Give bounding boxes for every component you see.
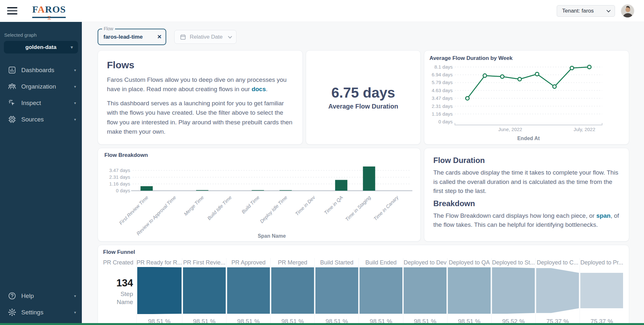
stat-label: Average Flow Duration [328,103,398,110]
faros-logo[interactable]: FAROS 工 [32,4,66,18]
chevron-down-icon: ▾ [74,294,76,298]
funnel-stage-6[interactable]: Build Ended98.51 % [359,258,403,325]
chevron-down-icon: ▾ [74,68,76,72]
funnel-stage-4[interactable]: PR Merged98.51 % [270,258,314,325]
relative-date-select[interactable]: Relative Date [174,30,236,44]
funnel-stage-5[interactable]: Build Started98.51 % [314,258,359,325]
chevron-down-icon: ▾ [74,117,76,122]
chevron-down-icon [228,34,232,39]
span-link[interactable]: span [596,212,610,219]
funnel-start-label: PR Created [103,258,133,267]
svg-text:6.94 days: 6.94 days [432,72,453,77]
svg-text:0 days: 0 days [116,188,130,193]
flows-title: Flows [107,60,293,71]
svg-text:June, 2022: June, 2022 [498,127,522,132]
funnel-stage-block [227,267,270,314]
funnel-stage-block [492,267,535,314]
flow-duration-heading: Flow Duration [433,156,620,165]
svg-text:4.63 days: 4.63 days [432,88,453,93]
sidebar-item-label: Sources [21,116,74,123]
chevron-down-icon [607,8,611,13]
docs-link[interactable]: docs [252,86,266,92]
funnel-stage-label: PR Merged [271,258,314,267]
svg-text:1.16 days: 1.16 days [109,181,130,186]
sidebar-item-help[interactable]: Help▾ [0,288,82,304]
bar-chart[interactable]: 3.47 days2.31 days1.16 days0 daysFirst R… [101,158,418,242]
funnel-stage-1[interactable]: PR Ready for R...98.51 % [136,258,182,325]
sidebar-item-label: Organization [21,83,74,90]
avg-flow-duration-stat-card: 6.75 days Average Flow Duration [306,50,421,145]
bar-chart-title: Flow Breakdown [104,152,418,158]
flow-filter-label: Flow [102,26,115,31]
svg-text:Span Name: Span Name [258,233,286,239]
funnel-stage-label: Deployed to St... [492,258,535,267]
clear-flow-button[interactable]: ✕ [157,34,162,40]
svg-text:0 days: 0 days [438,119,453,124]
funnel-stage-label: Deployed to QA [447,258,491,267]
dashboards-icon [8,66,16,74]
funnel-stage-block [360,267,402,314]
svg-text:Merge Time: Merge Time [183,195,205,217]
sidebar-item-sources[interactable]: Sources▾ [0,111,82,128]
tenant-label: Tenant: faros [562,8,594,14]
funnel-stage-block [271,267,314,314]
avatar[interactable] [621,4,634,18]
funnel-start-value: 134 [103,277,133,289]
relative-date-label: Relative Date [190,34,225,40]
funnel-stage-3[interactable]: PR Approved98.51 % [226,258,270,325]
flow-filter[interactable]: Flow faros-lead-time ✕ [98,29,166,45]
flow-filter-value: faros-lead-time [103,34,157,40]
funnel-stage-block [536,267,579,314]
chevron-down-icon: ▾ [74,84,76,89]
funnel-stage-label: Build Ended [359,258,403,267]
funnel-stage-11[interactable]: Deployed to Pr...75.37 % [580,258,624,325]
svg-text:Time in Staging: Time in Staging [344,195,372,222]
svg-text:2.31 days: 2.31 days [109,174,130,180]
sources-icon [8,115,16,124]
funnel-stage-9[interactable]: Deployed to St...95.52 % [491,258,535,325]
line-chart[interactable]: 8.1 days6.94 days5.79 days4.63 days3.47 … [429,62,624,141]
funnel-start-column: PR Created 134 StepName [103,258,136,325]
funnel-stage-10[interactable]: Deployed to C...75.37 % [535,258,580,325]
derrick-a-icon: A [38,4,45,14]
page: FAROS 工 Tenant: faros Selected graph gol… [0,0,644,325]
breakdown-paragraph: The Flow Breakdown card displays how lon… [433,211,620,230]
funnel-start-sublabel: StepName [103,290,133,306]
inspect-icon [8,99,16,107]
calendar-icon [180,34,186,40]
graph-select[interactable]: golden-data ▾ [4,41,78,53]
sidebar-item-organization[interactable]: Organization▾ [0,78,82,95]
funnel-stage-block [315,267,358,314]
sidebar-footer: Help▾Settings▾ [0,288,82,320]
sidebar: Selected graph golden-data ▾ Dashboards▾… [0,22,82,325]
svg-text:8.1 days: 8.1 days [434,64,453,70]
sidebar-item-label: Dashboards [21,67,74,74]
funnel-stage-7[interactable]: Deployed to Dev98.51 % [403,258,447,325]
funnel-title: Flow Funnel [103,249,624,255]
svg-text:First Review Time: First Review Time [118,195,149,226]
svg-text:1.16 days: 1.16 days [432,111,453,117]
sidebar-nav: Dashboards▾Organization▾Inspect▾Sources▾ [0,62,82,128]
avg-flow-duration-by-week-card: Average Flow Duration by Week 8.1 days6.… [424,50,629,145]
svg-text:Deploy Idle Time: Deploy Idle Time [259,195,288,224]
funnel-stage-label: PR First Revie... [182,258,226,267]
oil-derrick-icon: 工 [47,16,51,21]
sidebar-item-label: Help [21,292,74,300]
funnel-stage-2[interactable]: PR First Revie...98.51 % [182,258,226,325]
funnel-chart[interactable]: PR Created 134 StepName PR Ready for R..… [103,258,624,325]
flows-paragraph-2: This dashboard serves as a launching poi… [107,99,293,137]
svg-text:Build Time: Build Time [240,195,260,215]
sidebar-item-settings[interactable]: Settings▾ [0,304,82,320]
funnel-stage-8[interactable]: Deployed to QA98.51 % [447,258,491,325]
tenant-select[interactable]: Tenant: faros [557,5,615,17]
flow-duration-paragraph: The cards above display the time it take… [433,168,620,196]
funnel-stage-label: Deployed to Pr... [580,258,624,267]
sidebar-item-inspect[interactable]: Inspect▾ [0,95,82,111]
graph-name: golden-data [25,44,56,51]
flows-paragraph-1: Faros Custom Flows allow you to deep div… [107,75,293,94]
flow-breakdown-card: Flow Breakdown 3.47 days2.31 days1.16 da… [98,148,421,242]
svg-text:Ended At: Ended At [517,136,540,141]
menu-button[interactable] [7,6,19,16]
sidebar-item-dashboards[interactable]: Dashboards▾ [0,62,82,78]
funnel-stage-label: Deployed to C... [536,258,580,267]
